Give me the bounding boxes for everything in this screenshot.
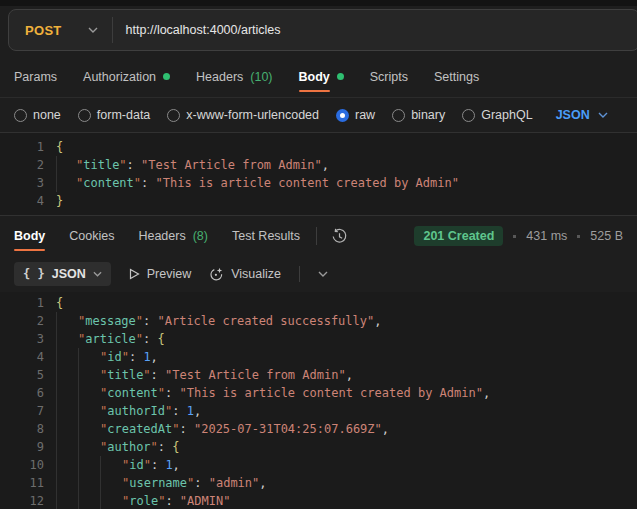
tab-cookies[interactable]: Cookies — [69, 216, 114, 256]
tab-label: Params — [14, 57, 57, 97]
code-content: "authorId": 1, — [56, 402, 201, 420]
method-label: POST — [25, 23, 62, 38]
body-type-none[interactable]: none — [14, 108, 61, 122]
code-content: "title": "Test Article from Admin", — [56, 366, 353, 384]
code-line: 1{ — [0, 294, 637, 312]
token-punct: : — [158, 440, 172, 454]
raw-format-selector[interactable]: JSON — [556, 108, 608, 122]
token-punct: : — [151, 368, 165, 382]
chevron-down-icon[interactable] — [318, 271, 328, 277]
code-line: 3"article": { — [0, 330, 637, 348]
radio-icon — [167, 109, 180, 122]
radio-label: binary — [411, 108, 445, 122]
indent-guide — [78, 456, 79, 474]
code-content: "author": { — [56, 438, 180, 456]
response-time: 431 ms — [526, 229, 567, 243]
tab-params[interactable]: Params — [14, 56, 57, 97]
tab-label: Authorization — [83, 57, 156, 97]
indent-guide — [56, 456, 57, 474]
tab-headers[interactable]: Headers(10) — [196, 56, 272, 97]
indent-guide — [56, 492, 57, 509]
token-punct: , — [382, 422, 389, 436]
token-str: "admin" — [209, 476, 260, 490]
token-key: title — [83, 158, 119, 172]
body-type-raw[interactable]: raw — [336, 108, 375, 122]
tab-scripts[interactable]: Scripts — [370, 56, 408, 97]
radio-icon — [462, 109, 475, 122]
code-text: } — [56, 192, 63, 210]
radio-label: GraphQL — [481, 108, 532, 122]
indent-guide — [100, 474, 101, 492]
preview-label: Preview — [147, 267, 191, 281]
code-line: 1{ — [0, 138, 637, 156]
tab-body[interactable]: Body — [14, 216, 45, 256]
history-clock-icon[interactable] — [331, 228, 348, 245]
body-type-x-www-form-urlencoded[interactable]: x-www-form-urlencoded — [167, 108, 319, 122]
chevron-down-icon — [93, 271, 102, 277]
chevron-down-icon — [598, 112, 608, 118]
tab-count-badge: (10) — [250, 70, 272, 84]
token-punct: : — [165, 386, 179, 400]
code-text: "content": "This is article content crea… — [56, 174, 459, 192]
request-body-editor[interactable]: 1{2"title": "Test Article from Admin",3"… — [0, 132, 637, 216]
status-badge: 201 Created — [414, 226, 503, 246]
token-punct: , — [322, 158, 329, 172]
line-number: 7 — [0, 402, 44, 420]
token-str: "Test Article from Admin" — [141, 158, 322, 172]
line-number: 2 — [0, 156, 44, 174]
response-body-editor[interactable]: 1{2"message": "Article created successfu… — [0, 292, 637, 509]
radio-label: x-www-form-urlencoded — [186, 108, 319, 122]
code-content: "role": "ADMIN" — [56, 492, 230, 509]
line-number: 2 — [0, 312, 44, 330]
body-type-binary[interactable]: binary — [392, 108, 445, 122]
request-tabs: ParamsAuthorizationHeaders(10)BodyScript… — [0, 56, 637, 98]
line-number: 3 — [0, 174, 44, 192]
request-url-row: POST http://localhost:4000/articles — [0, 6, 637, 56]
method-selector[interactable]: POST — [9, 10, 112, 50]
token-key: id — [129, 458, 143, 472]
token-brace: { — [56, 140, 63, 154]
token-q: " — [158, 386, 165, 400]
code-content: { — [56, 294, 63, 312]
tab-label: Cookies — [69, 216, 114, 256]
line-number: 9 — [0, 438, 44, 456]
code-text: "id": 1, — [56, 348, 158, 366]
tab-body[interactable]: Body — [299, 56, 344, 97]
tab-headers[interactable]: Headers(8) — [138, 216, 208, 256]
code-content: "createdAt": "2025-07-31T04:25:07.669Z", — [56, 420, 389, 438]
body-type-form-data[interactable]: form-data — [78, 108, 151, 122]
play-icon — [129, 268, 140, 280]
response-format-dropdown[interactable]: { } JSON — [14, 262, 111, 286]
indent-guide — [56, 474, 57, 492]
token-num: 1 — [187, 404, 194, 418]
token-key: content — [83, 176, 134, 190]
token-punct: : — [127, 158, 141, 172]
code-text: "message": "Article created successfully… — [56, 312, 381, 330]
tab-test-results[interactable]: Test Results — [232, 216, 300, 256]
url-input[interactable]: http://localhost:4000/articles — [113, 23, 637, 37]
line-number: 4 — [0, 192, 44, 210]
radio-icon — [336, 109, 349, 122]
indent-guide — [78, 474, 79, 492]
line-number: 8 — [0, 420, 44, 438]
token-q: " — [151, 440, 158, 454]
code-content: } — [56, 192, 63, 210]
body-type-graphql[interactable]: GraphQL — [462, 108, 532, 122]
tab-label: Scripts — [370, 57, 408, 97]
code-line: 6"content": "This is article content cre… — [0, 384, 637, 402]
token-str: "Article created successfully" — [158, 314, 375, 328]
green-dot-icon — [337, 73, 344, 80]
indent-guide — [56, 402, 57, 420]
line-number: 1 — [0, 294, 44, 312]
preview-button[interactable]: Preview — [129, 267, 191, 281]
token-str: "Test Article from Admin" — [165, 368, 346, 382]
token-q: " — [143, 368, 150, 382]
token-punct: , — [173, 458, 180, 472]
tab-settings[interactable]: Settings — [434, 56, 479, 97]
visualize-button[interactable]: Visualize — [209, 267, 281, 282]
code-text: "title": "Test Article from Admin", — [56, 156, 329, 174]
tab-authorization[interactable]: Authorization — [83, 56, 170, 97]
token-brace: } — [56, 194, 63, 208]
code-text: "role": "ADMIN" — [56, 492, 230, 509]
token-q: " — [144, 458, 151, 472]
